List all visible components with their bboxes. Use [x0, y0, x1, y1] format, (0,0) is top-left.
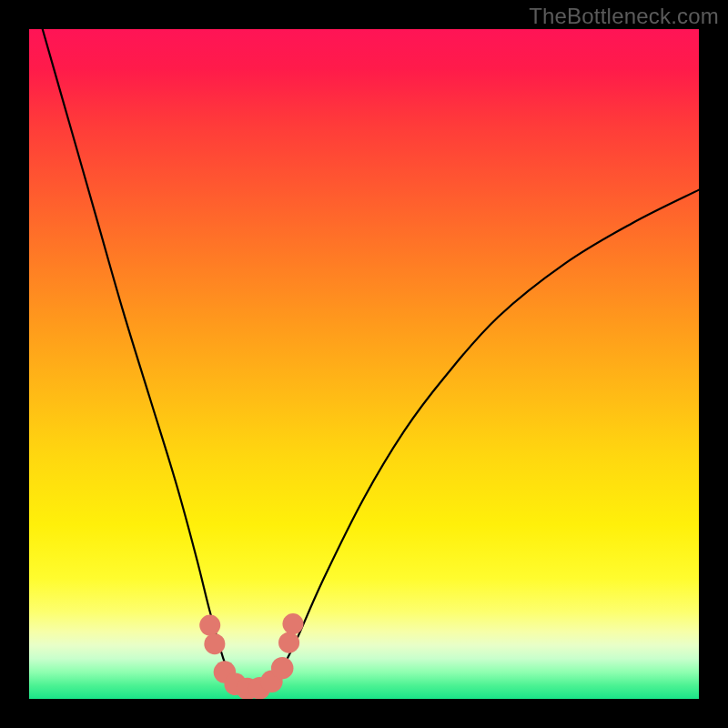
bottleneck-curve [43, 29, 699, 693]
marker-dot [278, 632, 299, 653]
plot-area [29, 29, 699, 699]
curve-layer [29, 29, 699, 699]
marker-dot [282, 613, 303, 634]
marker-dot [204, 633, 225, 654]
marker-dot [271, 657, 294, 680]
watermark-text: TheBottleneck.com [529, 4, 719, 29]
chart-frame: TheBottleneck.com [0, 0, 728, 728]
marker-dot [199, 615, 220, 636]
